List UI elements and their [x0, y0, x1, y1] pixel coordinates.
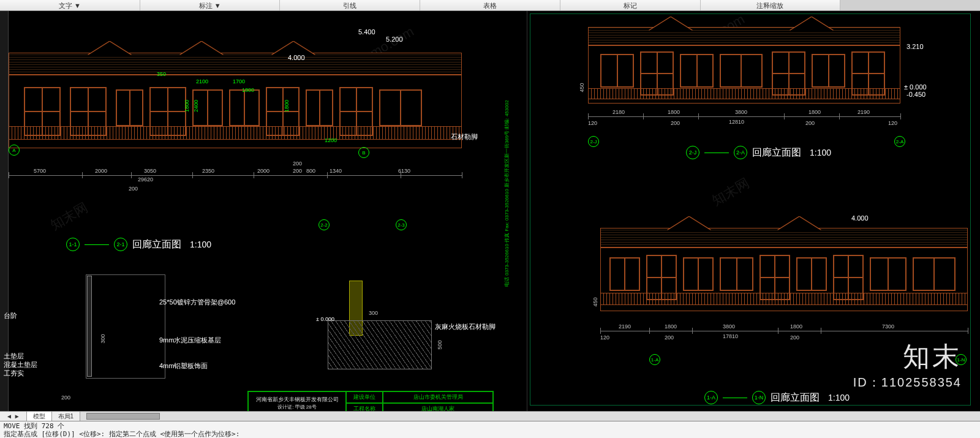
- tb-contact: 电话 0373-3526610 传真 Fax: 0373-3526610 新乡市…: [503, 164, 510, 287]
- hscroll-track[interactable]: [80, 412, 980, 421]
- elevation-title-left: 1-1 2-1 回廊立面图 1:100: [66, 238, 211, 251]
- dim: 3800: [723, 323, 735, 330]
- dim: 2180: [612, 109, 625, 115]
- annot-compact: 工夯实: [4, 369, 24, 378]
- title-text: 回廊立面图: [132, 238, 181, 251]
- annot-stone-plinth: 石材勒脚: [451, 132, 478, 142]
- dim: 300: [369, 310, 378, 316]
- grid-bubble-icon: 2-J: [686, 146, 699, 159]
- grid-bubble-icon: 1-N: [752, 391, 766, 404]
- dim: 120: [588, 120, 597, 126]
- dim: 2190: [619, 323, 631, 330]
- level-mark: 3.210: [907, 43, 924, 50]
- dim: 29620: [138, 176, 153, 183]
- elevation-title-right-top: 2-J 2-A 回廊立面图 1:100: [686, 146, 831, 159]
- grid-bubble-icon: 1-A: [704, 391, 718, 404]
- roof: [9, 53, 462, 75]
- tab-layout1[interactable]: 布局1: [52, 412, 81, 421]
- grid-bubble: 2-2: [318, 219, 330, 230]
- gable-icon: [272, 42, 315, 55]
- menu-table[interactable]: 表格: [420, 0, 560, 10]
- dim: 2350: [202, 168, 214, 174]
- scale-text: 1:100: [828, 393, 850, 402]
- watermark-id: ID：1102558354: [853, 374, 962, 391]
- dim: 1800: [184, 100, 190, 112]
- dim: 450: [579, 83, 585, 92]
- railing: [9, 126, 462, 140]
- command-line[interactable]: MOVE 找到 728 个 指定基点或 [位移(D)] <位移>: 指定第二个点…: [0, 421, 980, 438]
- dim: 3050: [144, 168, 156, 174]
- menu-leader[interactable]: 引线: [280, 0, 420, 10]
- dim: 450: [592, 297, 598, 306]
- annot-alu-panel: 4mm铝塑板饰面: [159, 361, 208, 371]
- elevation-right-bottom: [600, 213, 968, 323]
- grid-bubble: 1-A: [649, 354, 660, 365]
- tb-proj: 唐山南湖人家: [383, 403, 493, 412]
- dim: 300: [100, 334, 106, 343]
- dim: 1800: [668, 109, 680, 115]
- menu-bar: 文字 ▼ 标注 ▼ 引线 表格 标记 注释缩放: [0, 0, 980, 11]
- dim: 200: [805, 120, 815, 126]
- dim: 1800: [790, 323, 802, 330]
- dim: 350: [157, 71, 166, 77]
- dim: 2000: [95, 168, 107, 174]
- dim: 200: [293, 168, 302, 174]
- dim: 200: [129, 186, 138, 192]
- annot-cement-board: 9mm水泥压缩板基层: [159, 336, 221, 345]
- gable-icon: [88, 42, 131, 55]
- tab-nav-arrows[interactable]: ◄ ►: [0, 412, 27, 421]
- dim: 200: [61, 395, 70, 401]
- cmd-prompt: 指定基点或 [位移(D)] <位移>: 指定第二个点或 <使用第一个点作为位移>…: [4, 430, 976, 438]
- grid-bubble: 2-3: [396, 219, 407, 230]
- level-mark: -0.450: [907, 91, 925, 98]
- level-mark: 4.000: [288, 54, 305, 61]
- title-text: 回廊立面图: [752, 146, 801, 159]
- dim-line: [9, 175, 462, 176]
- annot-soil: 土垫层: [4, 352, 24, 361]
- hscroll-thumb[interactable]: [86, 413, 160, 420]
- menu-mark[interactable]: 标记: [560, 0, 701, 10]
- level-mark: ± 0.000: [904, 83, 927, 91]
- dim: 1200: [325, 137, 337, 143]
- section-mark-a: A: [9, 145, 20, 156]
- dim: 1800: [284, 100, 290, 112]
- grid-bubble: 2-A: [894, 136, 905, 147]
- annot-galv-tube: 25*50镀锌方管骨架@600: [159, 298, 235, 307]
- menu-dimension[interactable]: 标注 ▼: [140, 0, 281, 10]
- grid-bubble-icon: 2-1: [114, 238, 127, 251]
- dim: 1700: [233, 78, 245, 85]
- drawing-canvas[interactable]: www.znzmo.com 知末网 知末网 www.znzmo.com 5.40…: [0, 11, 980, 412]
- steel-column: [87, 276, 92, 377]
- dim: 5700: [34, 168, 46, 174]
- title-text: 回廊立面图: [771, 391, 820, 404]
- dim: 1800: [665, 323, 677, 330]
- dim: 200: [665, 334, 674, 341]
- level-mark: 5.200: [386, 36, 403, 43]
- menu-text[interactable]: 文字 ▼: [0, 0, 140, 10]
- dim: 800: [306, 168, 315, 174]
- annot-concrete: 混凝土垫层: [4, 360, 37, 369]
- dim: 500: [437, 340, 443, 349]
- dim: 200: [293, 160, 302, 167]
- dim: 2190: [858, 109, 870, 115]
- level-mark: 4.000: [851, 214, 869, 222]
- elevation-title-right-bottom: 1-A 1-N 回廊立面图 1:100: [704, 391, 850, 404]
- grid-bubble: 1-N: [956, 354, 967, 365]
- tb-design: 设计证: 甲级 28号: [277, 404, 317, 410]
- grid-bubble-icon: 1-1: [66, 238, 80, 251]
- level-mark: ± 0.000: [316, 316, 334, 322]
- dim: 17810: [723, 333, 738, 339]
- tab-model[interactable]: 模型: [27, 412, 52, 421]
- grid-bubble-icon: 2-A: [734, 146, 747, 159]
- dim: 12810: [729, 119, 744, 125]
- menu-blank[interactable]: [840, 0, 980, 10]
- tb-company: 河南省新乡天丰钢板开发有限公司: [256, 396, 339, 404]
- dim: 1800: [809, 109, 821, 115]
- menu-annoscale[interactable]: 注释缩放: [701, 0, 841, 10]
- detail-frame: [86, 274, 165, 379]
- tb-owner: 唐山市委机关管理局: [383, 391, 493, 403]
- annot-step: 台阶: [4, 311, 17, 320]
- dim: 2400: [193, 100, 199, 112]
- title-block: 河南省新乡天丰钢板开发有限公司 设计证: 甲级 28号 建设单位 唐山市委机关管…: [247, 391, 494, 412]
- watermark-diag: 知末网: [47, 198, 91, 235]
